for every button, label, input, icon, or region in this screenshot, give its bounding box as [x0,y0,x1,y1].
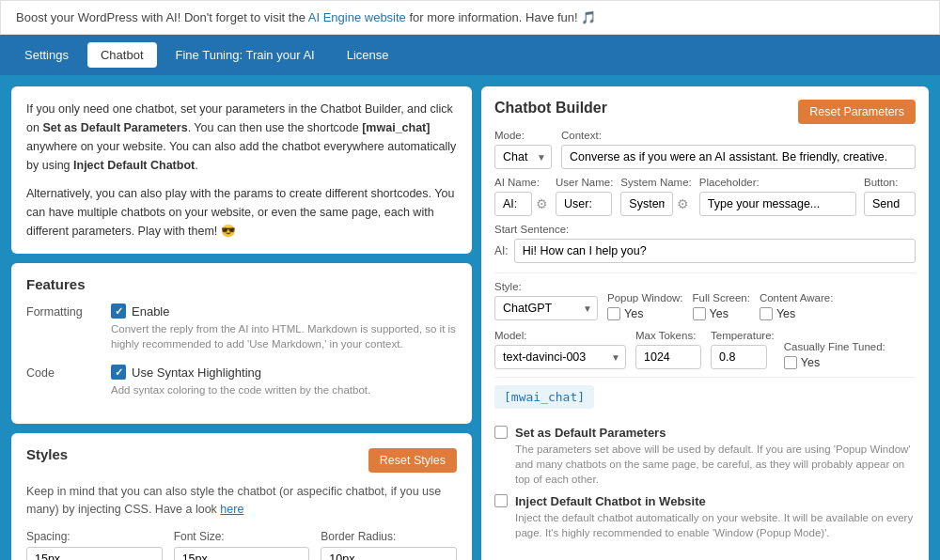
mode-label: Mode: [494,130,552,141]
full-screen-group: Full Screen: Yes [693,292,750,320]
full-screen-check-group: Yes [693,307,750,320]
ai-name-row: AI Name: ⚙ User Name: System Name: ⚙ Pla… [494,177,916,216]
tab-chatbot[interactable]: Chatbot [87,42,157,68]
model-group: Model: text-davinci-003 ▼ [494,330,626,369]
spacing-field: Spacing: [26,530,163,560]
ai-name-label: AI Name: [494,177,548,188]
font-size-label: Font Size: [174,530,310,543]
border-radius-label: Border Radius: [321,530,457,543]
max-tokens-group: Max Tokens: [635,330,701,369]
separator1 [494,272,916,273]
intro-box: If you only need one chatbot, set your p… [11,86,472,254]
button-input[interactable] [864,192,916,216]
style-label: Style: [494,281,598,292]
temperature-input[interactable] [711,345,767,369]
spacing-input[interactable] [26,547,163,560]
set-default-checkbox[interactable] [494,426,508,439]
max-tokens-label: Max Tokens: [635,330,701,341]
temperature-label: Temperature: [711,330,775,341]
shortcode-badge: [mwai_chat] [494,385,594,409]
code-checkbox-label: Use Syntax Highlighting [132,366,261,380]
font-size-input[interactable] [174,547,310,560]
casually-fine-tuned-value: Yes [801,356,820,369]
tab-settings[interactable]: Settings [11,42,82,68]
main-content: If you only need one chatbot, set your p… [0,75,940,560]
code-row: Code Use Syntax Highlighting Add syntax … [26,365,457,397]
default-params-section: Set as Default Parameters The parameters… [494,426,916,540]
popup-window-value: Yes [624,307,643,320]
code-right: Use Syntax Highlighting Add syntax color… [111,365,457,397]
system-name-label: System Name: [620,177,691,188]
casually-fine-tuned-label: Casually Fine Tuned: [784,341,885,352]
intro-text5: Alternatively, you can also play with th… [26,184,457,241]
mode-context-row: Mode: Chat ▼ Context: [494,130,916,169]
reset-params-button[interactable]: Reset Parameters [798,100,916,124]
inject-label: Inject Default Chatbot in Website [515,494,706,508]
formatting-desc: Convert the reply from the AI into HTML.… [111,321,457,351]
full-screen-checkbox[interactable] [693,307,706,320]
popup-window-group: Popup Window: Yes [607,292,683,320]
set-default-label: Set as Default Parameters [515,426,666,440]
model-row: Model: text-davinci-003 ▼ Max Tokens: Te… [494,330,916,369]
intro-code1: [mwai_chat] [362,121,430,134]
set-default-desc: The parameters set above will be used by… [515,442,916,487]
border-radius-field: Border Radius: [321,530,457,560]
styles-desc: Keep in mind that you can also style the… [26,483,457,519]
model-select[interactable]: text-davinci-003 [494,345,626,369]
start-sentence-input[interactable] [514,239,916,263]
reset-styles-button[interactable]: Reset Styles [368,448,457,473]
inject-row: Inject Default Chatbot in Website Inject… [494,494,916,540]
inject-desc: Inject the default chatbot automatically… [515,510,916,540]
formatting-label: Formatting [26,303,111,319]
code-checkbox[interactable] [111,365,126,380]
system-name-handle-icon: ⚙ [677,196,689,211]
user-name-label: User Name: [556,177,613,188]
placeholder-group: Placeholder: [699,177,856,216]
full-screen-value: Yes [710,307,728,320]
notice-text2: for more information. Have fun! 🎵 [406,10,596,24]
content-aware-check-group: Yes [760,307,833,320]
spacing-label: Spacing: [26,530,163,543]
system-name-group: System Name: ⚙ [620,177,691,216]
ai-name-handle-icon: ⚙ [536,196,548,211]
system-name-input[interactable] [620,192,673,216]
intro-text4: . [195,159,197,172]
style-row: Style: ChatGPT ▼ Popup Window: Yes Full … [494,281,916,320]
user-name-input[interactable] [556,192,612,216]
formatting-right: Enable Convert the reply from the AI int… [111,303,457,351]
start-sentence-group: Start Sentence: AI: [494,224,916,263]
mode-group: Mode: Chat ▼ [494,130,552,169]
user-name-group: User Name: [556,177,613,216]
style-group: Style: ChatGPT ▼ [494,281,598,320]
code-label: Code [26,365,111,380]
code-desc: Add syntax coloring to the code written … [111,382,457,397]
notice-link[interactable]: AI Engine website [308,10,406,24]
context-input[interactable] [561,145,916,169]
chatbot-builder-panel: Chatbot Builder Reset Parameters Mode: C… [481,86,929,560]
styles-title: Styles [26,446,68,462]
features-title: Features [26,276,457,292]
formatting-checkbox[interactable] [111,303,126,319]
full-screen-label: Full Screen: [693,292,750,303]
popup-window-checkbox[interactable] [607,307,620,320]
separator2 [494,377,916,378]
placeholder-input[interactable] [699,192,856,216]
set-default-row: Set as Default Parameters The parameters… [494,426,916,487]
mode-select[interactable]: Chat [494,145,552,169]
content-aware-group: Content Aware: Yes [760,292,833,320]
style-select[interactable]: ChatGPT [494,296,598,320]
set-default-text: Set as Default Parameters The parameters… [515,426,916,487]
inject-checkbox[interactable] [494,494,508,507]
tab-finetuning[interactable]: Fine Tuning: Train your AI [163,42,328,68]
intro-text2: . You can then use the shortcode [188,121,363,134]
styles-link[interactable]: here [220,503,243,516]
popup-window-check-group: Yes [607,307,683,320]
ai-name-input[interactable] [494,192,532,216]
content-aware-checkbox[interactable] [760,307,773,320]
tab-license[interactable]: License [334,42,402,68]
max-tokens-input[interactable] [635,345,701,369]
content-aware-value: Yes [776,307,795,320]
border-radius-input[interactable] [321,547,457,560]
casually-fine-tuned-checkbox[interactable] [784,356,797,369]
top-notice: Boost your WordPress with AI! Don't forg… [0,0,940,35]
